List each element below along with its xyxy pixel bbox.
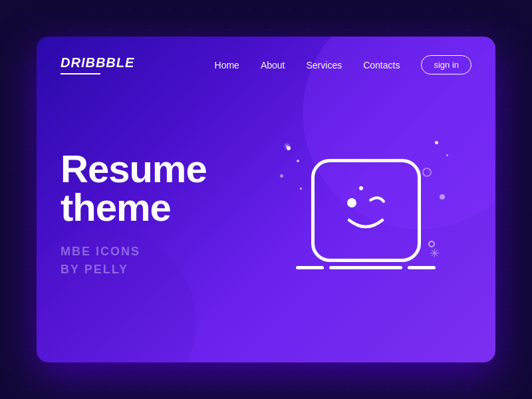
deco-asterisk-1: ✳ — [283, 141, 291, 152]
main-card: DRIBBBLE Home About Services Contacts si… — [37, 37, 495, 362]
subtitle-line1: MBE ICONS — [61, 245, 140, 258]
nav-contacts[interactable]: Contacts — [363, 60, 400, 70]
stand-left — [296, 266, 324, 269]
nav-about[interactable]: About — [261, 60, 285, 70]
illustration: ✳ ✳ — [260, 108, 471, 321]
monitor-stand — [296, 266, 436, 269]
deco-dot-3 — [280, 174, 283, 178]
main-content: Resume theme MBE ICONS BY PELLY — [37, 74, 495, 321]
deco-dot-5 — [435, 141, 438, 144]
stand-right — [408, 266, 436, 269]
svg-point-1 — [359, 186, 363, 190]
navbar: DRIBBBLE Home About Services Contacts si… — [37, 37, 495, 74]
face-svg — [329, 179, 402, 242]
sign-in-button[interactable]: sign in — [421, 55, 471, 74]
outer-background: DRIBBBLE Home About Services Contacts si… — [0, 0, 532, 399]
deco-dot-6 — [446, 154, 448, 156]
headline-line1: Resume — [61, 147, 207, 190]
nav-links: Home About Services Contacts sign in — [215, 55, 471, 74]
logo-text: DRIBBBLE — [61, 55, 134, 70]
deco-dot-7 — [440, 194, 445, 200]
monitor-screen — [311, 159, 421, 262]
headline-line2: theme — [61, 186, 171, 229]
stand-center — [329, 266, 402, 269]
nav-services[interactable]: Services — [306, 60, 342, 70]
monitor-icon — [296, 159, 436, 269]
text-section: Resume theme MBE ICONS BY PELLY — [61, 150, 260, 279]
logo-wrapper: DRIBBBLE — [61, 55, 134, 74]
svg-point-0 — [347, 198, 356, 207]
subtitle: MBE ICONS BY PELLY — [61, 243, 260, 279]
nav-home[interactable]: Home — [215, 60, 239, 70]
subtitle-line2: BY PELLY — [61, 263, 128, 276]
headline: Resume theme — [61, 150, 260, 227]
